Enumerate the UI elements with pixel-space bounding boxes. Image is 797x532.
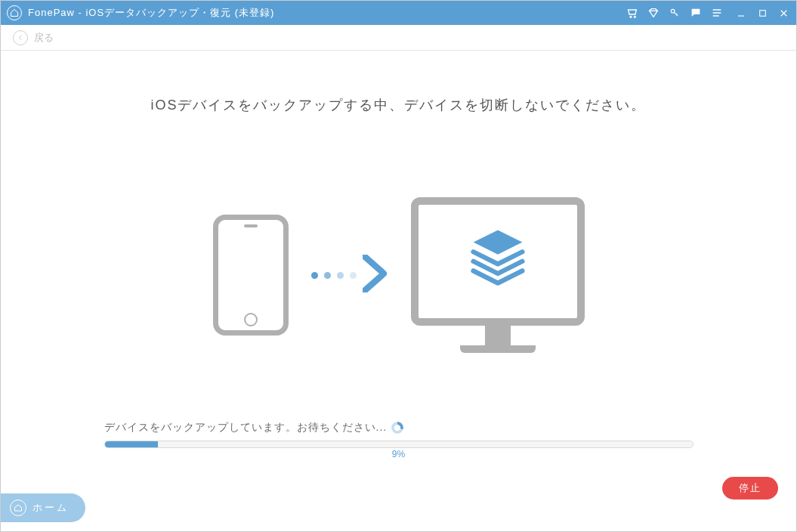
status-text: デバイスをバックアップしています。お待ちください... bbox=[104, 421, 388, 435]
back-label: 戻る bbox=[34, 31, 54, 45]
menu-icon[interactable] bbox=[710, 6, 724, 20]
window-controls bbox=[734, 6, 790, 20]
progress-bar: 9% bbox=[104, 441, 694, 448]
chat-icon[interactable] bbox=[689, 6, 703, 20]
back-arrow-icon bbox=[13, 30, 28, 45]
subheader: 戻る bbox=[1, 25, 796, 51]
dot-icon bbox=[350, 272, 357, 279]
headline-text: iOSデバイスをバックアップする中、デバイスを切断しないでください。 bbox=[150, 96, 646, 114]
phone-icon bbox=[213, 215, 289, 336]
minimize-button[interactable] bbox=[734, 6, 748, 20]
status-row: デバイスをバックアップしています。お待ちください... bbox=[104, 421, 694, 435]
dot-icon bbox=[324, 272, 331, 279]
diamond-icon[interactable] bbox=[647, 6, 660, 20]
spinner-icon bbox=[391, 422, 403, 434]
home-button[interactable]: ホーム bbox=[1, 493, 85, 522]
app-logo-icon bbox=[7, 5, 22, 20]
titlebar-actions bbox=[626, 6, 724, 20]
titlebar: FonePaw - iOSデータバックアップ・復元 (未登録) bbox=[1, 1, 796, 25]
illustration bbox=[213, 197, 585, 353]
dot-icon bbox=[337, 272, 344, 279]
svg-rect-3 bbox=[759, 10, 765, 16]
arrow-icon bbox=[363, 255, 388, 295]
progress-fill bbox=[105, 441, 158, 447]
progress-label: 9% bbox=[392, 449, 405, 459]
window-title: FonePaw - iOSデータバックアップ・復元 (未登録) bbox=[28, 6, 274, 20]
svg-point-1 bbox=[634, 16, 635, 17]
close-button[interactable] bbox=[777, 6, 790, 20]
transfer-arrow bbox=[311, 255, 388, 295]
back-button: 戻る bbox=[13, 30, 54, 45]
stack-icon bbox=[464, 226, 532, 297]
svg-marker-4 bbox=[473, 230, 522, 254]
svg-point-0 bbox=[630, 16, 632, 17]
monitor-icon bbox=[411, 197, 585, 353]
cart-icon[interactable] bbox=[626, 6, 639, 20]
home-icon bbox=[10, 500, 26, 516]
home-label: ホーム bbox=[32, 501, 69, 515]
dot-icon bbox=[311, 272, 318, 279]
key-icon[interactable] bbox=[668, 6, 681, 20]
svg-point-2 bbox=[671, 9, 675, 13]
main-content: iOSデバイスをバックアップする中、デバイスを切断しないでください。 bbox=[1, 51, 796, 532]
stop-button[interactable]: 停止 bbox=[722, 477, 778, 500]
maximize-button[interactable] bbox=[755, 6, 769, 20]
